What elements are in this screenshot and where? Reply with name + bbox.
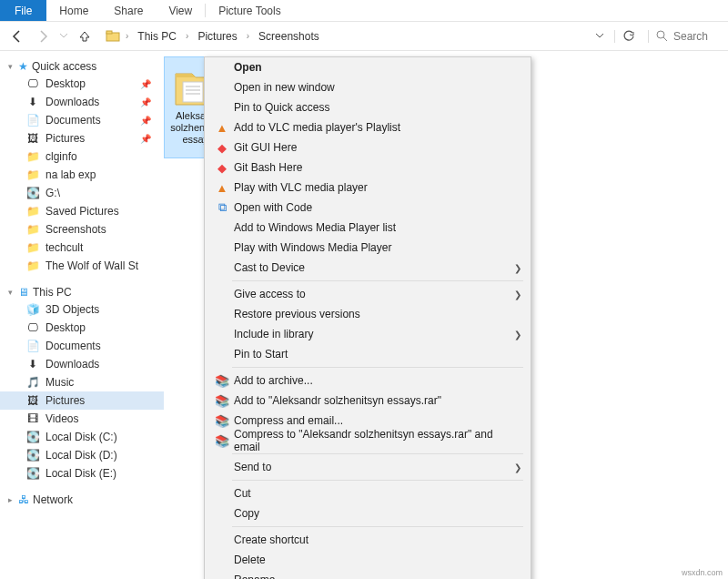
sidebar-item-screenshots[interactable]: 📁Screenshots xyxy=(0,220,164,239)
network-header[interactable]: ▸ 🖧 Network xyxy=(0,492,164,508)
sidebar-item-label: Videos xyxy=(46,412,78,425)
ctx-pin-start[interactable]: Pin to Start xyxy=(205,344,531,364)
pin-icon: 📌 xyxy=(140,97,157,107)
home-tab[interactable]: Home xyxy=(46,0,101,21)
sidebar-item-documents[interactable]: 📄Documents📌 xyxy=(0,111,164,129)
ctx-git-bash[interactable]: ◆Git Bash Here xyxy=(205,157,531,178)
ctx-cast-device[interactable]: Cast to Device❯ xyxy=(205,258,531,278)
breadcrumb-this-pc[interactable]: This PC xyxy=(134,28,180,45)
ctx-rename[interactable]: Rename xyxy=(205,570,531,579)
up-button[interactable] xyxy=(75,26,95,46)
chevron-right-icon[interactable]: › xyxy=(245,31,251,41)
picture-tools-tab[interactable]: Picture Tools xyxy=(206,0,293,21)
ctx-copy[interactable]: Copy xyxy=(205,503,531,523)
folder-icon: 📁 xyxy=(25,240,40,255)
forward-button[interactable] xyxy=(33,26,53,46)
sidebar-item-label: Desktop xyxy=(46,321,86,334)
separator xyxy=(232,367,523,368)
ctx-git-gui[interactable]: ◆Git GUI Here xyxy=(205,137,531,157)
sidebar-item-label: Saved Pictures xyxy=(46,205,119,218)
sidebar-item-clginfo[interactable]: 📁clginfo xyxy=(0,147,164,166)
breadcrumb-screenshots[interactable]: Screenshots xyxy=(255,28,323,45)
quick-access-header[interactable]: ▾ ★ Quick access xyxy=(0,58,164,75)
search-box[interactable]: Search xyxy=(648,30,721,43)
ctx-send-to[interactable]: Send to❯ xyxy=(205,457,531,477)
sidebar-item-g-[interactable]: 💽G:\ xyxy=(0,184,164,202)
file-tab[interactable]: File xyxy=(0,0,46,21)
ctx-open-new-window[interactable]: Open in new window xyxy=(205,77,531,97)
ctx-vlc-playlist[interactable]: ▲Add to VLC media player's Playlist xyxy=(205,117,531,137)
sidebar-item-label: Pictures xyxy=(46,132,85,145)
sidebar-item-label: The Wolf of Wall St xyxy=(46,259,138,272)
3d-icon: 🧊 xyxy=(25,302,40,317)
recent-dropdown[interactable] xyxy=(58,26,69,46)
quick-access-label: Quick access xyxy=(32,60,96,73)
sidebar-item-music[interactable]: 🎵Music xyxy=(0,373,164,391)
documents-icon: 📄 xyxy=(25,113,40,127)
chevron-right-icon[interactable]: › xyxy=(184,31,190,41)
refresh-button[interactable] xyxy=(614,30,642,43)
pictures-icon: 🖼 xyxy=(25,393,40,408)
sidebar-item-techcult[interactable]: 📁techcult xyxy=(0,239,164,257)
folder-icon: 📁 xyxy=(25,204,40,218)
sidebar-item-label: Downloads xyxy=(46,96,99,108)
documents-icon: 📄 xyxy=(25,339,40,353)
sidebar-item-desktop[interactable]: 🖵Desktop📌 xyxy=(0,75,164,93)
ctx-create-shortcut[interactable]: Create shortcut xyxy=(205,530,531,550)
separator xyxy=(232,526,523,527)
sidebar-item-pictures[interactable]: 🖼Pictures xyxy=(0,391,164,410)
view-tab[interactable]: View xyxy=(156,0,205,21)
ctx-delete[interactable]: Delete xyxy=(205,550,531,570)
sidebar-item-local-disk-c-[interactable]: 💽Local Disk (C:) xyxy=(0,428,164,446)
share-tab[interactable]: Share xyxy=(101,0,156,21)
sidebar-item-label: 3D Objects xyxy=(46,303,99,316)
ctx-include-library[interactable]: Include in library❯ xyxy=(205,324,531,344)
ctx-open-code[interactable]: ⧉Open with Code xyxy=(205,198,531,218)
sidebar-item-documents[interactable]: 📄Documents xyxy=(0,337,164,355)
sidebar-item-label: Music xyxy=(46,376,74,389)
ctx-wmp-play[interactable]: Play with Windows Media Player xyxy=(205,238,531,258)
folder-icon: 📁 xyxy=(25,259,40,273)
separator xyxy=(232,453,523,454)
ctx-restore-previous[interactable]: Restore previous versions xyxy=(205,304,531,324)
sidebar-item-videos[interactable]: 🎞Videos xyxy=(0,410,164,428)
sidebar-item-na-lab-exp[interactable]: 📁na lab exp xyxy=(0,166,164,184)
chevron-right-icon: ❯ xyxy=(514,290,521,300)
rar-icon: 📚 xyxy=(212,394,232,408)
address-dropdown[interactable] xyxy=(591,34,609,38)
sidebar-item-desktop[interactable]: 🖵Desktop xyxy=(0,319,164,337)
ctx-add-rar[interactable]: 📚Add to "Aleksandr solzhenitsyn essays.r… xyxy=(205,391,531,411)
sidebar-item-label: Documents xyxy=(46,114,101,127)
sidebar-item-the-wolf-of-wall-st[interactable]: 📁The Wolf of Wall St xyxy=(0,257,164,275)
sidebar-item-pictures[interactable]: 🖼Pictures📌 xyxy=(0,129,164,147)
ctx-cut[interactable]: Cut xyxy=(205,483,531,503)
chevron-right-icon[interactable]: › xyxy=(124,31,130,41)
pin-icon: 📌 xyxy=(140,116,157,126)
sidebar-item-local-disk-d-[interactable]: 💽Local Disk (D:) xyxy=(0,446,164,464)
ctx-pin-quick-access[interactable]: Pin to Quick access xyxy=(205,97,531,117)
back-button[interactable] xyxy=(7,26,27,46)
address-bar[interactable]: › This PC › Pictures › Screenshots xyxy=(100,28,585,45)
this-pc-header[interactable]: ▾ 🖥 This PC xyxy=(0,284,164,300)
pictures-icon: 🖼 xyxy=(25,131,40,146)
separator xyxy=(232,280,523,281)
ctx-open[interactable]: Open xyxy=(205,57,531,77)
svg-line-3 xyxy=(663,37,667,41)
chevron-right-icon: ❯ xyxy=(514,263,521,273)
vlc-icon: ▲ xyxy=(212,121,232,135)
sidebar-item-label: Local Disk (C:) xyxy=(46,431,117,443)
ctx-compress-rar-email[interactable]: 📚Compress to "Aleksandr solzhenitsyn ess… xyxy=(205,431,531,451)
sidebar-item-downloads[interactable]: ⬇Downloads📌 xyxy=(0,93,164,111)
ctx-add-archive[interactable]: 📚Add to archive... xyxy=(205,371,531,391)
sidebar-item-3d-objects[interactable]: 🧊3D Objects xyxy=(0,300,164,319)
ctx-wmp-list[interactable]: Add to Windows Media Player list xyxy=(205,218,531,238)
search-icon xyxy=(656,30,668,42)
sidebar-item-local-disk-e-[interactable]: 💽Local Disk (E:) xyxy=(0,464,164,482)
ribbon: File Home Share View Picture Tools xyxy=(0,0,728,22)
sidebar-item-downloads[interactable]: ⬇Downloads xyxy=(0,355,164,373)
ctx-give-access[interactable]: Give access to❯ xyxy=(205,284,531,304)
context-menu: Open Open in new window Pin to Quick acc… xyxy=(204,56,531,579)
breadcrumb-pictures[interactable]: Pictures xyxy=(194,28,240,45)
sidebar-item-saved-pictures[interactable]: 📁Saved Pictures xyxy=(0,202,164,220)
ctx-vlc-play[interactable]: ▲Play with VLC media player xyxy=(205,178,531,198)
